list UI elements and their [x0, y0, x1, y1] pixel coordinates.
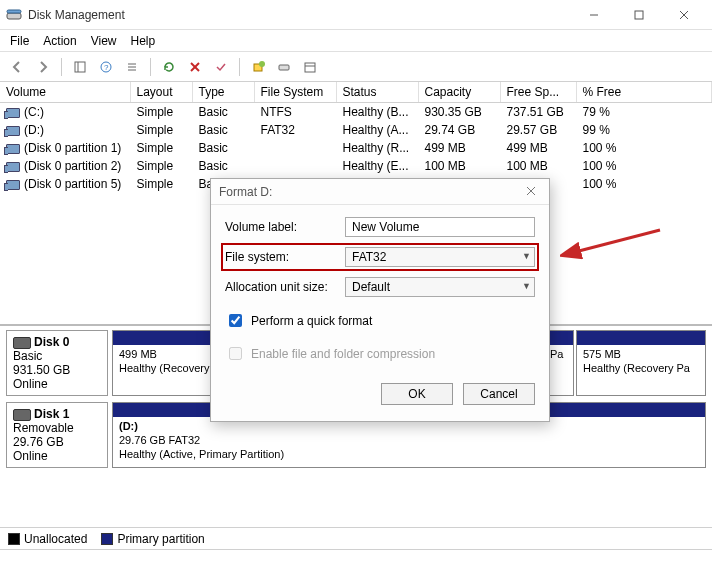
svg-point-16	[259, 61, 265, 67]
window-maximize-button[interactable]	[616, 0, 661, 30]
col-type[interactable]: Type	[192, 82, 254, 103]
cell: Basic	[192, 157, 254, 175]
app-icon	[6, 7, 22, 23]
menu-action[interactable]: Action	[43, 34, 76, 48]
attach-vhd-icon[interactable]	[273, 56, 295, 78]
swatch-primary	[101, 533, 113, 545]
legend: Unallocated Primary partition	[0, 527, 712, 549]
cell	[254, 139, 336, 157]
cell: Simple	[130, 121, 192, 139]
volume-icon	[6, 180, 20, 190]
status-bar	[0, 549, 712, 565]
file-system-value[interactable]	[345, 247, 535, 267]
cell: Healthy (A...	[336, 121, 418, 139]
table-row[interactable]: (Disk 0 partition 1) Simple Basic Health…	[0, 139, 712, 157]
disk-size: 931.50 GB	[13, 363, 101, 377]
cell: Simple	[130, 175, 192, 193]
disk-icon	[13, 337, 31, 349]
disk-info[interactable]: Disk 0 Basic 931.50 GB Online	[6, 330, 108, 396]
compression-label: Enable file and folder compression	[251, 347, 435, 361]
partition-name: (D:)	[119, 420, 699, 434]
cancel-button[interactable]: Cancel	[463, 383, 535, 405]
partition-size: 29.76 GB FAT32	[119, 434, 699, 448]
cell: 79 %	[576, 103, 712, 122]
show-hide-tree-icon[interactable]	[69, 56, 91, 78]
cell: Basic	[192, 121, 254, 139]
svg-rect-18	[305, 63, 315, 72]
cell: (C:)	[24, 105, 44, 119]
svg-rect-6	[75, 62, 85, 72]
cell	[254, 157, 336, 175]
window-minimize-button[interactable]	[571, 0, 616, 30]
col-layout[interactable]: Layout	[130, 82, 192, 103]
volume-icon	[6, 162, 20, 172]
cell: Simple	[130, 103, 192, 122]
col-fs[interactable]: File System	[254, 82, 336, 103]
cell: (Disk 0 partition 5)	[24, 177, 121, 191]
table-row[interactable]: (C:) Simple Basic NTFS Healthy (B... 930…	[0, 103, 712, 122]
delete-icon[interactable]	[184, 56, 206, 78]
back-icon[interactable]	[6, 56, 28, 78]
menu-file[interactable]: File	[10, 34, 29, 48]
menu-help[interactable]: Help	[131, 34, 156, 48]
cell: (Disk 0 partition 1)	[24, 141, 121, 155]
new-volume-icon[interactable]	[247, 56, 269, 78]
cell: Simple	[130, 157, 192, 175]
check-icon[interactable]	[210, 56, 232, 78]
menu-view[interactable]: View	[91, 34, 117, 48]
cell: 29.74 GB	[418, 121, 500, 139]
disk-type: Removable	[13, 421, 101, 435]
cell: NTFS	[254, 103, 336, 122]
col-free[interactable]: Free Sp...	[500, 82, 576, 103]
help-icon[interactable]: ?	[95, 56, 117, 78]
col-capacity[interactable]: Capacity	[418, 82, 500, 103]
svg-rect-17	[279, 65, 289, 70]
cell: FAT32	[254, 121, 336, 139]
file-system-select[interactable]: ▼	[345, 247, 535, 267]
partition-size: 575 MB	[583, 348, 699, 362]
quick-format-checkbox[interactable]	[229, 314, 242, 327]
disk-info[interactable]: Disk 1 Removable 29.76 GB Online	[6, 402, 108, 468]
properties-icon[interactable]	[299, 56, 321, 78]
quick-format-label: Perform a quick format	[251, 314, 372, 328]
cell: 499 MB	[418, 139, 500, 157]
cell: 930.35 GB	[418, 103, 500, 122]
svg-rect-0	[7, 13, 21, 19]
allocation-unit-label: Allocation unit size:	[225, 280, 345, 294]
compression-checkbox	[229, 347, 242, 360]
refresh-icon[interactable]	[158, 56, 180, 78]
col-volume[interactable]: Volume	[0, 82, 130, 103]
table-row[interactable]: (Disk 0 partition 2) Simple Basic Health…	[0, 157, 712, 175]
cell: 99 %	[576, 121, 712, 139]
cell: Simple	[130, 139, 192, 157]
ok-button[interactable]: OK	[381, 383, 453, 405]
volume-label-input[interactable]	[345, 217, 535, 237]
svg-rect-3	[635, 11, 643, 19]
format-dialog: Format D: Volume label: File system: ▼ A…	[210, 178, 550, 422]
volume-label-label: Volume label:	[225, 220, 345, 234]
allocation-unit-select[interactable]: ▼	[345, 277, 535, 297]
cell: 29.57 GB	[500, 121, 576, 139]
col-pct[interactable]: % Free	[576, 82, 712, 103]
col-status[interactable]: Status	[336, 82, 418, 103]
cell: Basic	[192, 103, 254, 122]
window-close-button[interactable]	[661, 0, 706, 30]
list-icon[interactable]	[121, 56, 143, 78]
toolbar: ?	[0, 52, 712, 82]
disk-type: Basic	[13, 349, 101, 363]
disk-size: 29.76 GB	[13, 435, 101, 449]
partition[interactable]: 575 MB Healthy (Recovery Pa	[576, 330, 706, 396]
partition-status: Healthy (Recovery Pa	[583, 362, 699, 376]
file-system-label: File system:	[225, 250, 345, 264]
table-row[interactable]: (D:) Simple Basic FAT32 Healthy (A... 29…	[0, 121, 712, 139]
forward-icon[interactable]	[32, 56, 54, 78]
cell: 499 MB	[500, 139, 576, 157]
disk-status: Online	[13, 377, 101, 391]
dialog-close-button[interactable]	[521, 185, 541, 199]
dialog-titlebar[interactable]: Format D:	[211, 179, 549, 205]
cell: 100 MB	[500, 157, 576, 175]
swatch-unallocated	[8, 533, 20, 545]
cell: 100 %	[576, 139, 712, 157]
allocation-unit-value[interactable]	[345, 277, 535, 297]
cell: Basic	[192, 139, 254, 157]
